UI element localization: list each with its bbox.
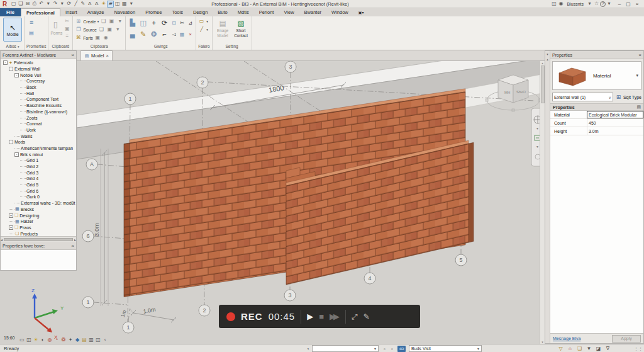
grid-bubble-4[interactable]: 4 — [364, 273, 375, 284]
align-icon[interactable]: ⌐ — [160, 29, 169, 40]
crop-icon[interactable]: ▭ — [19, 336, 26, 343]
split-icon[interactable]: ✂ — [179, 18, 186, 28]
grid-bubble-5[interactable]: 5 — [455, 254, 467, 266]
press-drag-icon[interactable]: ◪ — [595, 345, 602, 352]
drawing-area[interactable]: 3.0m 1800 1m 1.0m — [77, 50, 545, 344]
ribbon-item-source[interactable]: ❐Source❏▣▾ — [75, 26, 123, 33]
render-dialog-icon[interactable]: ◍ — [47, 336, 53, 343]
tree-item[interactable]: ▦Halzer — [1, 219, 76, 225]
view-tab-model[interactable]: ▤ Model × — [80, 50, 113, 60]
restore-button[interactable]: ▢ — [624, 1, 633, 8]
detail-level-icon[interactable]: ◫ — [26, 336, 33, 343]
copy-icon[interactable]: ▣ — [64, 25, 70, 32]
project-browser-header[interactable]: Forenns Axtinet - Modlware × — [1, 51, 76, 59]
expand-icon[interactable]: + — [9, 213, 13, 218]
grid-bubble-3[interactable]: 3 — [284, 290, 296, 301]
properties-header[interactable]: Properties × — [550, 51, 643, 59]
app-logo[interactable]: R — [3, 1, 7, 8]
close-button[interactable]: × — [633, 1, 641, 8]
instance-combobox[interactable]: External wall (1) ∨ — [552, 93, 613, 101]
collapse-up-icon[interactable]: ▴ — [547, 57, 548, 61]
ribbon-tab-tools[interactable]: Tools — [167, 8, 188, 16]
close-icon[interactable]: × — [71, 243, 74, 249]
tree-item[interactable]: -Brik s minui — [1, 151, 76, 157]
collapse-icon[interactable]: - — [9, 67, 13, 71]
ribbon-tab-insert[interactable]: Insert — [60, 8, 82, 16]
ribbon-item-create[interactable]: ⊞Create▾❏▣▾ — [75, 18, 123, 25]
tree-item[interactable]: Conmat — [1, 121, 76, 127]
stop-icon[interactable]: ■ — [319, 312, 324, 321]
grid-bubble-1[interactable]: 1 — [82, 297, 94, 308]
sub-properties-header[interactable]: Properties fowc bove: × — [1, 242, 76, 250]
temporary-hide-icon[interactable]: ✦ — [67, 336, 74, 343]
open-icon[interactable]: ❏ — [17, 1, 24, 8]
screen-recorder-bar[interactable]: REC 00:45 ▶ ■ ▶▶ ⤢ ✎ — [219, 305, 420, 328]
ribbon-tab-naveation[interactable]: Naveation — [109, 8, 140, 16]
pin-icon[interactable]: ▤ — [636, 105, 641, 110]
grid-bubble-2[interactable]: 2 — [199, 305, 210, 316]
tree-item[interactable]: -External Wall — [1, 66, 76, 72]
properties-section-bar[interactable]: Properties ▤ — [550, 103, 643, 111]
navbar-caret1[interactable]: ▾ — [536, 127, 538, 130]
grid-bubble-1[interactable]: 1 — [123, 322, 134, 333]
tree-item[interactable]: Btsinline (ij-vannovri) — [1, 109, 76, 115]
grid-icon[interactable]: ▦ — [179, 29, 186, 40]
scrollbar-thumb[interactable] — [541, 65, 545, 103]
tree-item[interactable]: -Mods — [1, 139, 76, 145]
tree-item[interactable]: Grid 3 — [1, 169, 76, 176]
fast-forward-icon[interactable]: ▶▶ — [330, 312, 337, 321]
tree-item[interactable]: Gurk 0 — [1, 194, 76, 200]
property-value[interactable]: 450 — [587, 119, 643, 127]
tree-item[interactable]: Zoots — [1, 115, 76, 121]
design-options-combobox[interactable]: Buds Visit▾ — [409, 345, 482, 352]
ribbon-tab-promee[interactable]: Promee — [140, 8, 167, 16]
resize-grip[interactable]: ⋮⋮ — [634, 346, 643, 351]
tree-item[interactable]: ▦Brecks — [1, 207, 76, 213]
ribbon-tab-overflow-icon[interactable]: ▣▾ — [353, 8, 369, 16]
ribbon-group-label[interactable]: Setting — [214, 43, 250, 50]
grid-bubble-A[interactable]: A — [86, 159, 97, 170]
status-mini-icon-2[interactable]: ▫ — [389, 346, 396, 352]
close-icon[interactable]: × — [71, 52, 74, 58]
user-menu-icon[interactable]: ▾ — [586, 1, 593, 8]
cloud-icon[interactable]: ◫ — [551, 1, 558, 8]
array-icon[interactable]: ❂ — [149, 29, 158, 40]
undo-icon[interactable]: ↶ — [38, 1, 45, 8]
new-icon[interactable]: ▢ — [10, 1, 17, 8]
print-icon[interactable]: ⎙ — [31, 1, 38, 8]
view-scale[interactable]: 15:60 — [4, 336, 15, 340]
ribbon-group-label[interactable]: Albos▾ — [3, 43, 22, 50]
expand-icon[interactable]: + — [9, 225, 13, 230]
collapse-icon[interactable]: - — [3, 60, 8, 65]
ribbon-group-label[interactable]: Clipboard — [50, 43, 70, 50]
ribbon-group-label[interactable]: Gwings — [128, 43, 194, 50]
tree-item[interactable]: Grid 5 — [1, 182, 76, 188]
tree-item[interactable]: +❏Praos — [1, 225, 76, 231]
ribbon-item-farts[interactable]: ⌘Farts▣◉ — [75, 34, 123, 42]
redo-menu-icon[interactable]: ▾ — [58, 1, 65, 8]
folder-icon[interactable]: ❏ — [100, 18, 107, 25]
tree-item[interactable]: -Notole Vuil — [1, 72, 76, 78]
cut-icon[interactable]: ✂ — [64, 18, 70, 25]
exclude-options-icon[interactable]: ▼ — [586, 345, 592, 352]
ribbon-group-label[interactable]: Falero — [198, 43, 209, 50]
property-value[interactable]: Ecological Brick Modular — [587, 111, 643, 118]
measure-icon[interactable]: ╱ — [72, 1, 79, 8]
ribbon-group-label[interactable]: Promerties — [26, 43, 46, 50]
short-contact-button[interactable]: ▧ShortContact — [233, 18, 250, 42]
edit-type-button[interactable]: ⊞ Sqit Type — [615, 94, 641, 101]
worksets-icon[interactable]: ◔ — [304, 346, 311, 352]
signed-in-user[interactable]: Biussnts — [567, 2, 584, 6]
mirror-icon[interactable]: ◅ — [170, 29, 177, 40]
collapse-icon[interactable]: - — [9, 140, 13, 144]
paste-icon[interactable]: ▯ — [50, 18, 60, 30]
fullscreen-icon[interactable]: ⤢ — [352, 312, 358, 321]
visual-style-icon[interactable]: ❂ — [60, 336, 67, 343]
line-tool-icon[interactable]: ╱ — [198, 26, 205, 33]
ribbon-tab-analyze[interactable]: Analyze — [82, 8, 109, 16]
pen-icon[interactable]: ✎ — [138, 29, 148, 40]
daylight-icon[interactable]: ☀ — [100, 1, 107, 8]
tree-item[interactable]: Baschine Exounts — [1, 103, 76, 109]
crop-region-icon[interactable]: ◔ — [53, 336, 60, 343]
key-icon[interactable]: ◉ — [103, 35, 109, 42]
